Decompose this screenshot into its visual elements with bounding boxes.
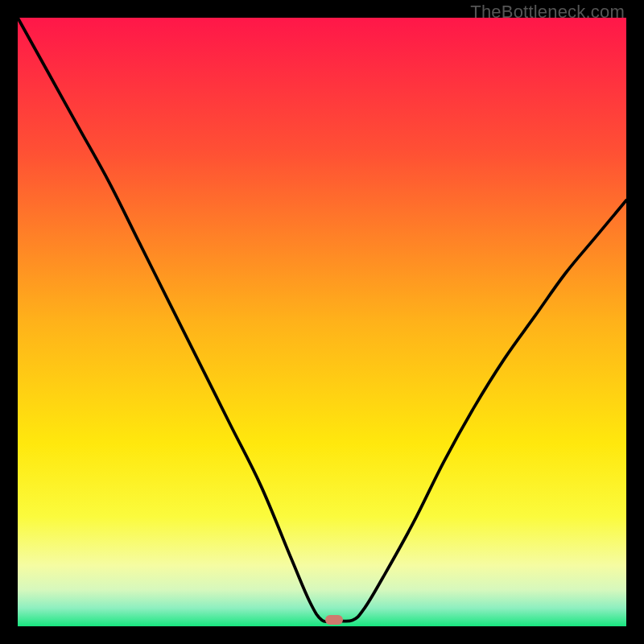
optimal-marker bbox=[325, 615, 343, 625]
plot-area bbox=[18, 18, 626, 626]
chart-container: TheBottleneck.com bbox=[0, 0, 644, 644]
bottleneck-curve bbox=[18, 18, 626, 621]
curve-layer bbox=[18, 18, 626, 626]
